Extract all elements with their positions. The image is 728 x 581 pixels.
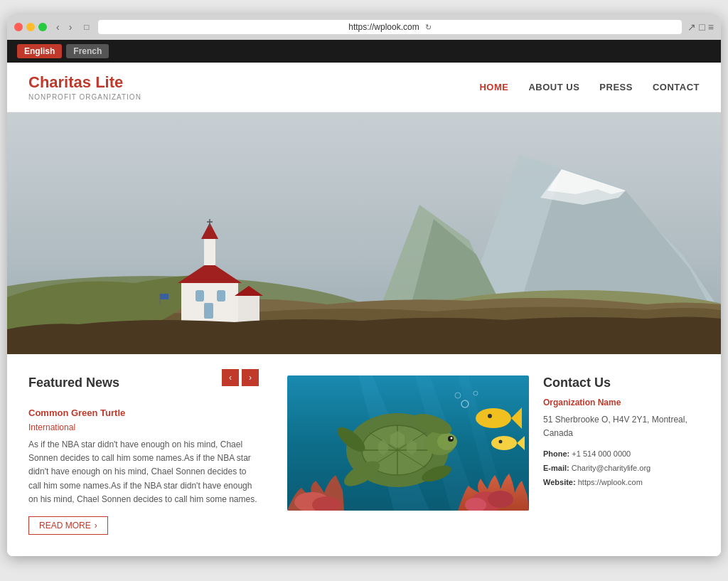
read-more-label: READ MORE [39, 521, 91, 531]
minimize-button[interactable] [26, 23, 35, 31]
site-logo: Charitas Lite NONPROFIT ORGANIZATION [28, 73, 141, 101]
contact-us-section: Contact Us Organization Name 51 Sherbroo… [543, 375, 700, 535]
email-value: Charity@charitylife.org [572, 464, 651, 472]
share-button[interactable]: ↗ [687, 21, 696, 33]
svg-point-48 [437, 433, 457, 450]
logo-title: Charitas Lite [28, 73, 141, 92]
svg-point-50 [451, 437, 453, 439]
refresh-icon[interactable]: ↻ [425, 23, 432, 32]
svg-rect-22 [160, 294, 168, 299]
contact-email: E-mail: Charity@charitylife.org [543, 462, 700, 476]
french-lang-button[interactable]: French [66, 44, 109, 58]
slider-next-button[interactable]: › [242, 369, 259, 386]
english-lang-button[interactable]: English [17, 44, 62, 58]
website-label: Website: [543, 478, 576, 486]
url-text: https://wplook.com [348, 22, 419, 32]
svg-rect-16 [196, 290, 204, 302]
slider-prev-button[interactable]: ‹ [222, 369, 239, 386]
address-bar[interactable]: https://wplook.com ↻ [98, 20, 682, 34]
bookmark-button[interactable]: □ [699, 21, 705, 33]
website-link[interactable]: https://wplook.com [578, 478, 643, 486]
featured-news-title: Featured News [28, 375, 119, 390]
contact-address: 51 Sherbrooke O, H4V 2Y1, Montreal, Cana… [543, 413, 700, 440]
window-toggle-button[interactable]: □ [81, 21, 92, 33]
language-bar: English French [7, 40, 721, 63]
news-body-text: As if the NBA star didn't have enough on… [28, 438, 259, 506]
phone-label: Phone: [543, 449, 569, 458]
svg-point-27 [476, 408, 511, 428]
news-article-title[interactable]: Common Green Turtle [28, 407, 259, 418]
phone-value: +1 514 000 0000 [572, 449, 631, 458]
traffic-lights [14, 23, 47, 31]
nav-about[interactable]: ABOUT US [528, 82, 579, 92]
news-category[interactable]: International [28, 422, 259, 432]
browser-actions: ↗ □ ≡ [687, 21, 714, 33]
svg-rect-17 [217, 290, 225, 302]
maximize-button[interactable] [38, 23, 47, 31]
svg-point-29 [488, 414, 492, 418]
contact-org-name: Organization Name [543, 398, 700, 407]
contact-details: Phone: +1 514 000 0000 E-mail: Charity@c… [543, 447, 700, 489]
contact-phone: Phone: +1 514 000 0000 [543, 447, 700, 462]
turtle-image [287, 375, 529, 511]
content-area: Featured News ‹ › Common Green Turtle In… [7, 354, 721, 556]
read-more-arrow: › [95, 521, 97, 531]
news-header: Featured News ‹ › [28, 375, 259, 399]
browser-chrome: ‹ › □ https://wplook.com ↻ ↗ □ ≡ [7, 14, 721, 40]
browser-nav-buttons: ‹ › [53, 20, 75, 34]
browser-window: ‹ › □ https://wplook.com ↻ ↗ □ ≡ English… [7, 14, 721, 556]
contact-title: Contact Us [543, 375, 700, 390]
center-image-section [287, 375, 529, 535]
featured-news-section: Featured News ‹ › Common Green Turtle In… [28, 375, 273, 535]
slider-controls: ‹ › [222, 369, 259, 386]
nav-home[interactable]: HOME [479, 82, 508, 92]
svg-rect-12 [204, 237, 215, 265]
hero-image [7, 112, 721, 354]
svg-rect-18 [204, 303, 213, 319]
contact-website: Website: https://wplook.com [543, 476, 700, 490]
logo-subtitle: NONPROFIT ORGANIZATION [28, 93, 141, 101]
read-more-button[interactable]: READ MORE › [28, 516, 108, 535]
forward-button[interactable]: › [65, 20, 76, 34]
email-label: E-mail: [543, 464, 569, 472]
menu-button[interactable]: ≡ [708, 21, 714, 33]
site-nav: HOME ABOUT US PRESS CONTACT [479, 82, 700, 92]
svg-point-30 [491, 436, 517, 450]
close-button[interactable] [14, 23, 23, 31]
svg-point-32 [499, 440, 503, 444]
svg-point-34 [488, 491, 513, 508]
back-button[interactable]: ‹ [53, 20, 63, 34]
nav-contact[interactable]: CONTACT [653, 82, 700, 92]
site-header: Charitas Lite NONPROFIT ORGANIZATION HOM… [7, 63, 721, 112]
nav-press[interactable]: PRESS [599, 82, 633, 92]
